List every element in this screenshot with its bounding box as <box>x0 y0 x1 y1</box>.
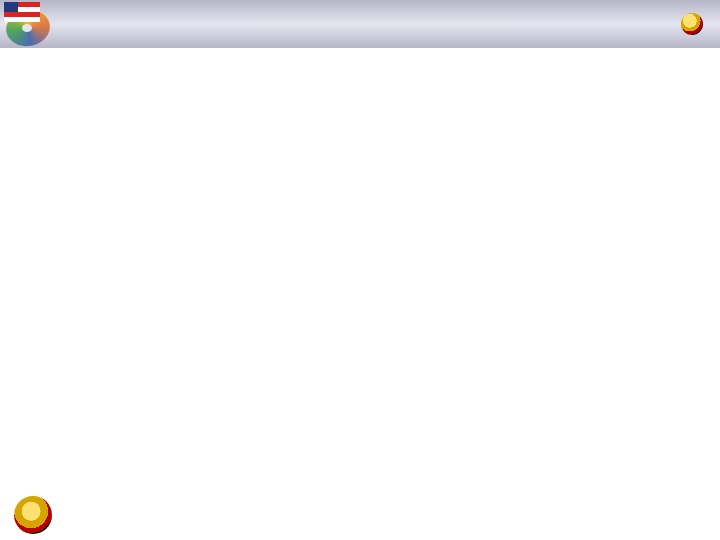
flag-cd-badge <box>4 2 54 46</box>
university-seal-icon <box>14 496 52 534</box>
slide-footer <box>14 496 62 534</box>
slide-header <box>0 0 720 48</box>
dspcad-badge <box>664 2 720 46</box>
maryland-seal-icon <box>681 13 703 35</box>
slide-body <box>0 48 720 72</box>
